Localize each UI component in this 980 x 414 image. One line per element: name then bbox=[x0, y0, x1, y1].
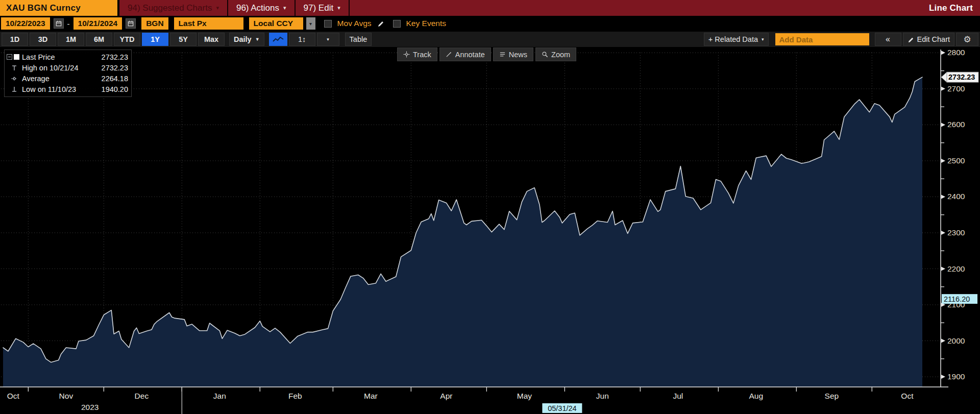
key-events-checkbox[interactable] bbox=[393, 20, 401, 28]
key-events-label[interactable]: Key Events bbox=[406, 19, 446, 28]
svg-text:2600: 2600 bbox=[947, 120, 965, 129]
range-1m[interactable]: 1M bbox=[58, 33, 84, 46]
chart-legend: Last Price 2732.23 High on 10/21/24 2732… bbox=[4, 50, 132, 97]
track-label: Track bbox=[413, 51, 431, 59]
svg-text:Nov: Nov bbox=[59, 392, 74, 400]
add-data-input[interactable] bbox=[775, 33, 869, 45]
chevron-down-icon: ▾ bbox=[337, 5, 340, 11]
news-button[interactable]: News bbox=[493, 47, 533, 61]
svg-text:2000: 2000 bbox=[947, 336, 965, 345]
range-ytd[interactable]: YTD bbox=[114, 33, 140, 46]
chart-style-button[interactable] bbox=[269, 33, 287, 46]
price-chart[interactable]: 1900200021002200230024002500260027002800… bbox=[0, 47, 980, 414]
svg-text:2116.20: 2116.20 bbox=[944, 295, 970, 303]
svg-text:2700: 2700 bbox=[947, 84, 965, 93]
date-to-field[interactable]: 10/21/2024 bbox=[74, 17, 122, 30]
news-icon bbox=[499, 51, 506, 58]
legend-row-low[interactable]: Low on 11/10/23 1940.20 bbox=[7, 84, 128, 94]
currency-selector[interactable]: Local CCY bbox=[249, 17, 303, 30]
track-crosshair-icon bbox=[403, 51, 410, 58]
range-6m[interactable]: 6M bbox=[86, 33, 112, 46]
average-marker-icon bbox=[11, 75, 18, 82]
calendar-icon[interactable] bbox=[54, 18, 64, 29]
chart-type-label: Line Chart bbox=[922, 0, 980, 16]
svg-text:2200: 2200 bbox=[947, 264, 965, 273]
svg-text:May: May bbox=[517, 392, 532, 400]
legend-label: High on 10/21/24 bbox=[22, 64, 100, 72]
calendar-icon[interactable] bbox=[126, 18, 136, 29]
edit-chart-button[interactable]: Edit Chart bbox=[903, 33, 954, 46]
pencil-icon[interactable] bbox=[377, 20, 384, 27]
menu-edit-label: 97) Edit bbox=[304, 3, 334, 13]
svg-text:2300: 2300 bbox=[947, 228, 965, 237]
legend-label: Last Price bbox=[22, 53, 100, 61]
related-data-label: + Related Data bbox=[708, 35, 758, 43]
svg-text:Feb: Feb bbox=[288, 392, 302, 400]
ticker-box[interactable]: XAU BGN Curncy bbox=[0, 0, 117, 16]
svg-text:05/31/24: 05/31/24 bbox=[548, 404, 576, 412]
menu-actions-label: 96) Actions bbox=[236, 3, 279, 13]
svg-text:Oct: Oct bbox=[7, 392, 20, 400]
field-selector[interactable]: Last Px bbox=[174, 17, 243, 30]
legend-value: 2732.23 bbox=[100, 53, 128, 61]
chart-settings-bar: 10/22/2023 - 10/21/2024 BGN Last Px Loca… bbox=[0, 16, 980, 31]
gear-icon: ⚙ bbox=[963, 34, 971, 44]
chevron-down-icon: ▾ bbox=[216, 5, 219, 11]
date-from-field[interactable]: 10/22/2023 bbox=[1, 17, 50, 30]
legend-row-last-price[interactable]: Last Price 2732.23 bbox=[7, 52, 128, 62]
svg-text:2732.23: 2732.23 bbox=[948, 73, 975, 81]
related-data-button[interactable]: + Related Data ▾ bbox=[704, 33, 769, 46]
zoom-button[interactable]: Zoom bbox=[535, 47, 576, 61]
range-3d[interactable]: 3D bbox=[30, 33, 56, 46]
series-swatch-icon bbox=[14, 54, 19, 60]
annotate-icon bbox=[446, 51, 452, 58]
annotate-label: Annotate bbox=[455, 51, 485, 59]
range-5y[interactable]: 5Y bbox=[170, 33, 197, 46]
legend-expander-icon[interactable] bbox=[7, 54, 12, 60]
svg-text:Jul: Jul bbox=[673, 392, 683, 400]
settings-gear-button[interactable]: ⚙ bbox=[956, 33, 978, 46]
magnifier-icon bbox=[542, 51, 548, 58]
range-1d[interactable]: 1D bbox=[2, 33, 28, 46]
mov-avgs-label[interactable]: Mov Avgs bbox=[337, 19, 372, 28]
svg-text:2400: 2400 bbox=[947, 192, 965, 201]
menu-edit[interactable]: 97) Edit ▾ bbox=[296, 0, 350, 16]
legend-label: Low on 11/10/23 bbox=[22, 85, 100, 93]
chart-tools: Track Annotate News Zoom bbox=[397, 47, 576, 61]
chart-region: 1900200021002200230024002500260027002800… bbox=[0, 47, 980, 414]
legend-value: 2732.23 bbox=[100, 64, 128, 72]
chevron-down-icon: ▾ bbox=[762, 37, 764, 42]
legend-label: Average bbox=[22, 75, 100, 83]
price-source-field[interactable]: BGN bbox=[141, 17, 168, 30]
low-marker-icon bbox=[11, 86, 18, 93]
annotate-button[interactable]: Annotate bbox=[439, 47, 491, 61]
title-menu-bar: XAU BGN Curncy 94) Suggested Charts ▾ 96… bbox=[0, 0, 980, 16]
collapse-panel-button[interactable]: « bbox=[875, 33, 901, 46]
table-button[interactable]: Table bbox=[345, 33, 372, 46]
svg-text:2800: 2800 bbox=[947, 48, 965, 57]
compare-button[interactable]: 1↕ bbox=[289, 33, 315, 46]
chart-options-caret[interactable]: ▾ bbox=[317, 33, 339, 46]
menu-suggested-charts[interactable]: 94) Suggested Charts ▾ bbox=[119, 0, 228, 16]
svg-text:Apr: Apr bbox=[440, 392, 452, 400]
mov-avgs-checkbox[interactable] bbox=[324, 20, 332, 28]
svg-text:Jan: Jan bbox=[213, 392, 226, 400]
period-selector[interactable]: Daily ▼ bbox=[229, 33, 264, 46]
chevron-down-icon: ▾ bbox=[283, 5, 286, 11]
legend-row-average[interactable]: Average 2264.18 bbox=[7, 73, 128, 84]
legend-value: 1940.20 bbox=[100, 85, 128, 93]
news-label: News bbox=[509, 51, 527, 59]
range-1y[interactable]: 1Y bbox=[142, 33, 168, 46]
svg-text:Dec: Dec bbox=[135, 392, 149, 400]
legend-row-high[interactable]: High on 10/21/24 2732.23 bbox=[7, 62, 128, 73]
track-button[interactable]: Track bbox=[397, 47, 437, 61]
range-max[interactable]: Max bbox=[198, 33, 225, 46]
zoom-label: Zoom bbox=[551, 51, 570, 59]
svg-text:Jun: Jun bbox=[596, 392, 609, 400]
high-marker-icon bbox=[11, 64, 18, 71]
range-toolbar: 1D 3D 1M 6M YTD 1Y 5Y Max Daily ▼ 1↕ ▾ T… bbox=[0, 31, 980, 47]
menu-bar-spacer bbox=[350, 0, 922, 16]
currency-dropdown-button[interactable]: ▾ bbox=[306, 17, 315, 30]
menu-actions[interactable]: 96) Actions ▾ bbox=[228, 0, 296, 16]
pencil-icon bbox=[908, 36, 914, 43]
